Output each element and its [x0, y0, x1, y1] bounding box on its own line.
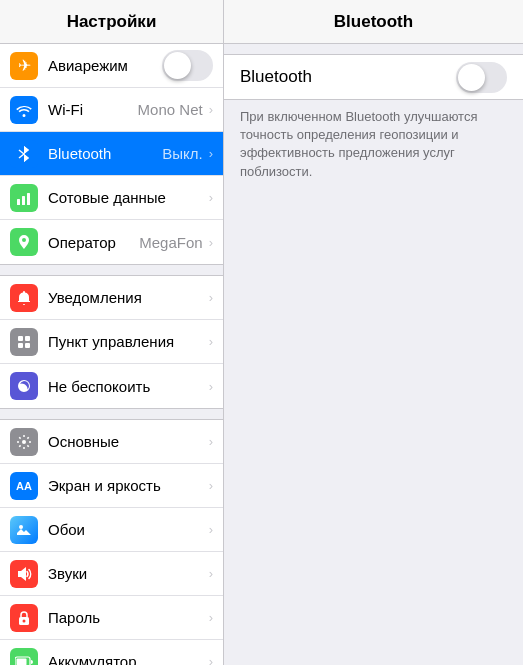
bluetooth-setting-label: Bluetooth [240, 67, 456, 87]
bluetooth-chevron: › [209, 146, 213, 161]
sidebar-item-notifications[interactable]: Уведомления › [0, 276, 223, 320]
notifications-chevron: › [209, 290, 213, 305]
sidebar-item-cellular[interactable]: Сотовые данные › [0, 176, 223, 220]
sidebar-item-airplane[interactable]: ✈ Авиарежим [0, 44, 223, 88]
svg-rect-8 [25, 343, 30, 348]
battery-chevron: › [209, 654, 213, 665]
bluetooth-description: При включенном Bluetooth улучшаются точн… [224, 100, 523, 193]
notifications-icon [10, 284, 38, 312]
group-connectivity: ✈ Авиарежим Wi-Fi Mono Net › [0, 44, 223, 265]
sounds-chevron: › [209, 566, 213, 581]
sidebar-item-wallpaper[interactable]: Обои › [0, 508, 223, 552]
group-notifications: Уведомления › Пункт управления › [0, 275, 223, 409]
svg-point-12 [23, 619, 26, 622]
sounds-icon [10, 560, 38, 588]
display-chevron: › [209, 478, 213, 493]
sidebar-item-sounds[interactable]: Звуки › [0, 552, 223, 596]
carrier-icon [10, 228, 38, 256]
cellular-chevron: › [209, 190, 213, 205]
svg-rect-5 [18, 336, 23, 341]
passcode-chevron: › [209, 610, 213, 625]
group-general: Основные › AA Экран и яркость › Обои › [0, 419, 223, 665]
bluetooth-row: Bluetooth [224, 55, 523, 99]
carrier-chevron: › [209, 235, 213, 250]
passcode-icon [10, 604, 38, 632]
sidebar-item-do-not-disturb[interactable]: Не беспокоить › [0, 364, 223, 408]
general-icon [10, 428, 38, 456]
bluetooth-panel: Bluetooth При включенном Bluetooth улучш… [224, 44, 523, 665]
do-not-disturb-icon [10, 372, 38, 400]
svg-point-9 [22, 440, 26, 444]
wallpaper-icon [10, 516, 38, 544]
airplane-toggle[interactable] [162, 50, 213, 81]
sidebar-item-wifi[interactable]: Wi-Fi Mono Net › [0, 88, 223, 132]
sidebar-item-battery[interactable]: Аккумулятор › [0, 640, 223, 665]
wifi-chevron: › [209, 102, 213, 117]
wallpaper-chevron: › [209, 522, 213, 537]
svg-point-10 [19, 525, 23, 529]
sidebar-item-display[interactable]: AA Экран и яркость › [0, 464, 223, 508]
svg-rect-3 [22, 196, 25, 205]
sidebar-item-bluetooth[interactable]: Bluetooth Выкл. › [0, 132, 223, 176]
bluetooth-header: Bluetooth [224, 0, 523, 43]
svg-rect-2 [17, 199, 20, 205]
svg-line-1 [19, 154, 24, 158]
sidebar-item-general[interactable]: Основные › [0, 420, 223, 464]
sidebar-item-carrier[interactable]: Оператор MegaFon › [0, 220, 223, 264]
svg-rect-4 [27, 193, 30, 205]
battery-icon [10, 648, 38, 666]
general-chevron: › [209, 434, 213, 449]
display-icon: AA [10, 472, 38, 500]
airplane-icon: ✈ [10, 52, 38, 80]
bluetooth-toggle[interactable] [456, 62, 507, 93]
cellular-icon [10, 184, 38, 212]
sidebar-item-control-center[interactable]: Пункт управления › [0, 320, 223, 364]
svg-rect-7 [18, 343, 23, 348]
sidebar-item-passcode[interactable]: Пароль › [0, 596, 223, 640]
control-center-icon [10, 328, 38, 356]
do-not-disturb-chevron: › [209, 379, 213, 394]
svg-line-0 [19, 150, 24, 154]
settings-header: Настройки [0, 0, 224, 43]
bluetooth-icon [10, 140, 38, 168]
settings-sidebar: ✈ Авиарежим Wi-Fi Mono Net › [0, 44, 224, 665]
bluetooth-section: Bluetooth [224, 54, 523, 100]
svg-rect-6 [25, 336, 30, 341]
control-center-chevron: › [209, 334, 213, 349]
wifi-icon [10, 96, 38, 124]
svg-rect-14 [17, 658, 27, 665]
